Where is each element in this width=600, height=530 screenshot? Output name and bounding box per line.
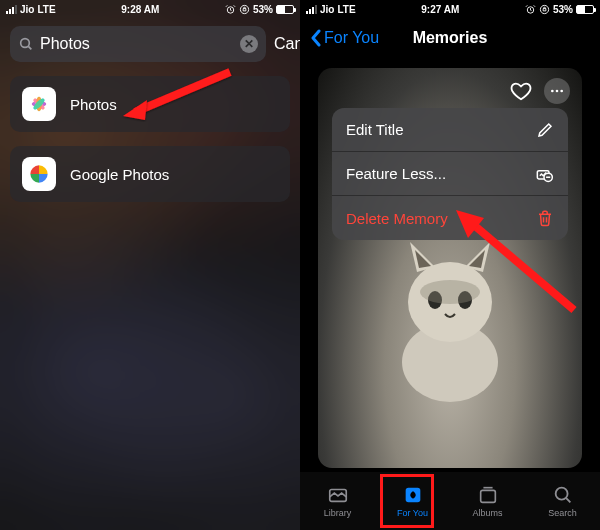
search-icon: [550, 484, 576, 506]
menu-label: Delete Memory: [346, 210, 448, 227]
favorite-button[interactable]: [508, 78, 534, 104]
battery-icon: [276, 5, 294, 14]
battery-pct: 53%: [553, 4, 573, 15]
right-phone-memories: Jio LTE 9:27 AM 53% For You Memories: [300, 0, 600, 530]
memory-image-cat: [375, 232, 525, 402]
battery-icon: [576, 5, 594, 14]
memory-card[interactable]: Edit Title Feature Less... Delete Memory: [318, 68, 582, 468]
photos-app-icon: [22, 87, 56, 121]
albums-icon: [475, 484, 501, 506]
tab-label: Albums: [472, 508, 502, 518]
svg-point-2: [21, 39, 30, 48]
svg-point-12: [540, 5, 548, 13]
tab-search[interactable]: Search: [525, 472, 600, 530]
rotation-lock-icon: [239, 4, 250, 15]
feature-less-icon: [534, 164, 554, 184]
menu-edit-title[interactable]: Edit Title: [332, 108, 568, 152]
tab-for-you[interactable]: For You: [375, 472, 450, 530]
google-photos-icon: [22, 157, 56, 191]
carrier-label: Jio: [20, 4, 34, 15]
battery-pct: 53%: [253, 4, 273, 15]
clock: 9:27 AM: [421, 4, 459, 15]
search-row: ✕ Cancel: [0, 18, 300, 76]
tab-albums[interactable]: Albums: [450, 472, 525, 530]
tab-bar: Library For You Albums Search: [300, 472, 600, 530]
svg-point-18: [551, 90, 554, 93]
library-icon: [325, 484, 351, 506]
alarm-icon: [525, 4, 536, 15]
card-actions: [508, 78, 570, 104]
svg-point-1: [240, 5, 248, 13]
ellipsis-icon: [549, 83, 565, 99]
svg-point-26: [555, 488, 567, 500]
tab-label: For You: [397, 508, 428, 518]
signal-icon: [306, 5, 317, 14]
clear-icon[interactable]: ✕: [240, 35, 258, 53]
result-photos[interactable]: Photos: [10, 76, 290, 132]
signal-icon: [6, 5, 17, 14]
more-button[interactable]: [544, 78, 570, 104]
tab-library[interactable]: Library: [300, 472, 375, 530]
alarm-icon: [225, 4, 236, 15]
result-label: Photos: [70, 96, 117, 113]
for-you-icon: [400, 484, 426, 506]
menu-feature-less[interactable]: Feature Less...: [332, 152, 568, 196]
search-icon: [18, 36, 34, 52]
rotation-lock-icon: [539, 4, 550, 15]
menu-label: Edit Title: [346, 121, 404, 138]
pencil-icon: [536, 121, 554, 139]
back-label: For You: [324, 29, 379, 47]
menu-delete-memory[interactable]: Delete Memory: [332, 196, 568, 240]
result-google-photos[interactable]: Google Photos: [10, 146, 290, 202]
svg-point-20: [560, 90, 563, 93]
carrier-label: Jio: [320, 4, 334, 15]
heart-icon: [510, 80, 532, 102]
svg-point-19: [556, 90, 559, 93]
tab-label: Search: [548, 508, 577, 518]
result-label: Google Photos: [70, 166, 169, 183]
left-phone-search: Jio LTE 9:28 AM 53% ✕ Cancel: [0, 0, 300, 530]
network-label: LTE: [337, 4, 355, 15]
search-field[interactable]: ✕: [10, 26, 266, 62]
search-input[interactable]: [34, 35, 240, 53]
status-bar: Jio LTE 9:28 AM 53%: [0, 0, 300, 18]
chevron-left-icon: [310, 29, 322, 47]
trash-icon: [536, 209, 554, 227]
svg-rect-25: [480, 490, 495, 502]
svg-point-17: [420, 280, 480, 304]
cancel-button[interactable]: Cancel: [274, 35, 300, 53]
search-results: Photos Google Photos: [0, 76, 300, 202]
network-label: LTE: [37, 4, 55, 15]
status-bar: Jio LTE 9:27 AM 53%: [300, 0, 600, 18]
clock: 9:28 AM: [121, 4, 159, 15]
context-menu: Edit Title Feature Less... Delete Memory: [332, 108, 568, 240]
nav-bar: For You Memories: [300, 18, 600, 58]
menu-label: Feature Less...: [346, 165, 446, 182]
back-button[interactable]: For You: [310, 29, 379, 47]
tab-label: Library: [324, 508, 352, 518]
